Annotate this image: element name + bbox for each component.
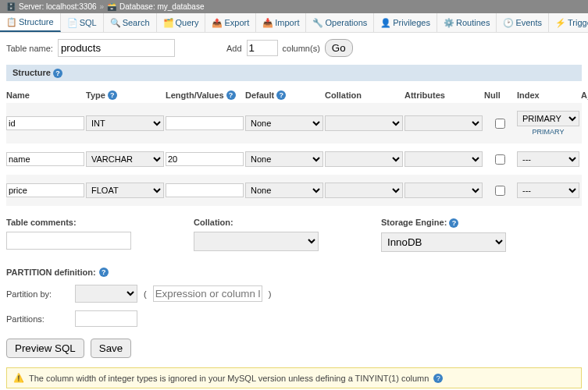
help-icon[interactable]: ?: [99, 268, 109, 277]
import-icon: 📥: [262, 18, 272, 27]
col-attributes-select[interactable]: [404, 115, 483, 131]
collation-label: Collation:: [194, 218, 319, 227]
tab-triggers[interactable]: ⚡Triggers: [549, 13, 588, 32]
breadcrumb-server[interactable]: Server: localhost:3306: [19, 2, 97, 11]
search-icon: 🔍: [110, 18, 119, 27]
tab-structure[interactable]: 📋Structure: [0, 13, 61, 32]
col-name-input[interactable]: [6, 152, 84, 166]
tabs: 📋Structure 📄SQL 🔍Search 🗂️Query 📤Export …: [0, 13, 588, 33]
partition-heading: PARTITION definition: ?: [6, 268, 582, 277]
col-collation-select[interactable]: [325, 151, 403, 167]
preview-sql-button[interactable]: Preview SQL: [6, 339, 84, 358]
events-icon: 🕑: [503, 18, 512, 27]
server-icon: 🗄️: [6, 2, 16, 11]
tab-events[interactable]: 🕑Events: [497, 13, 549, 32]
h-null: Null: [484, 90, 515, 100]
col-attributes-select[interactable]: [404, 183, 483, 198]
h-ai: A_I: [581, 90, 588, 100]
col-attributes-select[interactable]: [404, 151, 483, 167]
query-icon: 🗂️: [163, 18, 173, 27]
structure-icon: 📋: [6, 17, 16, 27]
col-type-select[interactable]: INT: [86, 115, 164, 131]
triggers-icon: ⚡: [555, 18, 565, 27]
tab-privileges[interactable]: 👤Privileges: [374, 13, 437, 32]
col-default-select[interactable]: None: [245, 115, 323, 131]
partition-by-select[interactable]: [75, 285, 137, 303]
structure-heading: Structure ?: [6, 65, 582, 81]
breadcrumb: 🗄️ Server: localhost:3306 » 🗃️ Database:…: [0, 0, 588, 13]
h-attributes: Attributes: [404, 90, 483, 100]
col-name-input[interactable]: [6, 183, 84, 197]
tab-operations[interactable]: 🔧Operations: [306, 13, 374, 32]
export-icon: 📤: [212, 18, 221, 27]
privileges-icon: 👤: [380, 18, 390, 27]
col-length-input[interactable]: [166, 183, 244, 197]
col-null-checkbox[interactable]: [495, 154, 505, 165]
col-type-select[interactable]: VARCHAR: [86, 151, 164, 167]
tab-export[interactable]: 📤Export: [205, 13, 256, 32]
col-length-input[interactable]: [166, 116, 244, 130]
col-index-select[interactable]: ---: [517, 183, 579, 198]
add-columns-count[interactable]: [247, 40, 278, 56]
comments-label: Table comments:: [6, 218, 131, 227]
help-icon[interactable]: ?: [108, 90, 117, 100]
columns-label: column(s): [283, 44, 320, 53]
partition-expr-input[interactable]: [153, 285, 262, 302]
column-row: INTNonePRIMARYPRIMARY: [6, 103, 582, 144]
tab-routines[interactable]: ⚙️Routines: [437, 13, 497, 32]
save-button[interactable]: Save: [91, 339, 131, 358]
engine-select[interactable]: InnoDB: [381, 232, 506, 252]
notice: ⚠️ The column width of integer types is …: [6, 367, 582, 388]
help-icon[interactable]: ?: [449, 218, 458, 228]
table-name-label: Table name:: [6, 44, 53, 53]
warning-icon: ⚠️: [13, 373, 24, 383]
column-row: FLOATNone---: [6, 175, 582, 206]
table-name-input[interactable]: [58, 39, 175, 57]
tab-search[interactable]: 🔍Search: [104, 13, 157, 32]
go-button[interactable]: Go: [325, 39, 353, 57]
h-default: Default ?: [245, 90, 323, 100]
h-name: Name: [6, 90, 84, 100]
col-null-checkbox[interactable]: [495, 119, 505, 129]
col-name-input[interactable]: [6, 116, 84, 130]
h-type: Type ?: [86, 90, 164, 100]
tab-query[interactable]: 🗂️Query: [157, 13, 206, 32]
operations-icon: 🔧: [312, 18, 322, 27]
help-icon[interactable]: ?: [226, 90, 236, 100]
col-type-select[interactable]: FLOAT: [86, 183, 164, 198]
col-index-select[interactable]: PRIMARY: [517, 111, 579, 126]
partition-by-label: Partition by:: [6, 289, 69, 299]
tab-sql[interactable]: 📄SQL: [61, 13, 104, 32]
partitions-count-input[interactable]: [75, 310, 137, 327]
col-collation-select[interactable]: [325, 183, 403, 198]
col-default-select[interactable]: None: [245, 183, 323, 198]
breadcrumb-db[interactable]: Database: my_database: [119, 2, 204, 11]
add-label: Add: [226, 44, 242, 53]
partitions-count-label: Partitions:: [6, 314, 69, 324]
column-row: VARCHARNone---: [6, 144, 582, 175]
tab-import[interactable]: 📥Import: [256, 13, 306, 32]
comments-input[interactable]: [6, 232, 131, 250]
col-default-select[interactable]: None: [245, 151, 323, 167]
index-sublabel: PRIMARY: [517, 128, 579, 136]
col-collation-select[interactable]: [325, 115, 403, 131]
sql-icon: 📄: [67, 18, 77, 27]
engine-label: Storage Engine: ?: [381, 218, 506, 228]
breadcrumb-sep: »: [100, 2, 105, 11]
col-index-select[interactable]: ---: [517, 151, 579, 167]
h-index: Index: [517, 90, 579, 100]
help-icon[interactable]: ?: [433, 374, 443, 383]
col-null-checkbox[interactable]: [495, 186, 505, 196]
database-icon: 🗃️: [107, 2, 116, 11]
columns-header: Name Type ? Length/Values ? Default ? Co…: [6, 87, 582, 103]
col-length-input[interactable]: [166, 152, 244, 166]
help-icon[interactable]: ?: [53, 69, 62, 78]
h-collation: Collation: [325, 90, 403, 100]
routines-icon: ⚙️: [444, 18, 453, 27]
help-icon[interactable]: ?: [276, 90, 286, 100]
collation-select[interactable]: [194, 232, 319, 251]
h-length: Length/Values ?: [166, 90, 244, 100]
